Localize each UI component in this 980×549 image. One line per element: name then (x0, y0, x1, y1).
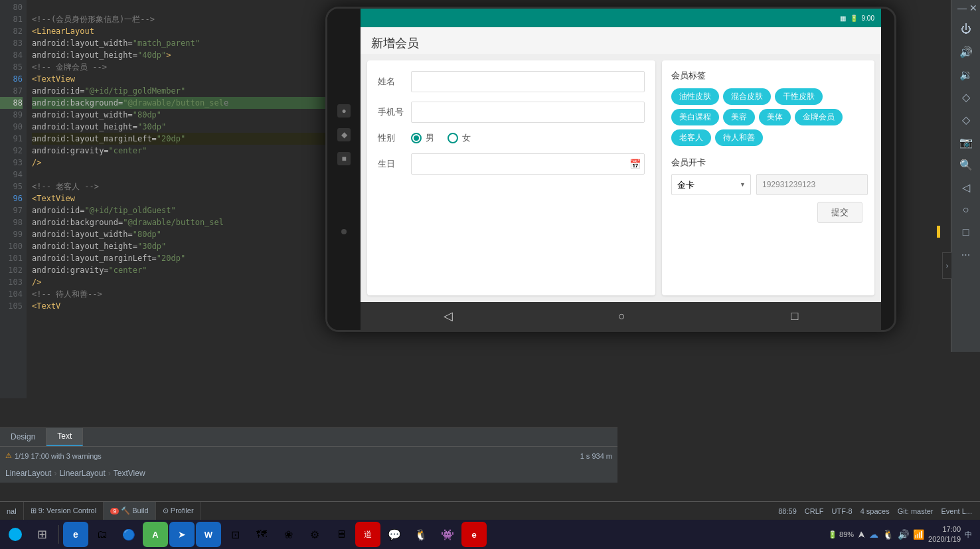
taskbar-settings[interactable]: ⚙ (302, 522, 327, 547)
card-type-select[interactable]: 金卡 (671, 174, 751, 195)
maps-icon: 🗺 (256, 528, 267, 540)
tablet-camera (341, 229, 347, 234)
tag-mixed-skin[interactable]: 混合皮肤 (723, 88, 771, 105)
more-btn[interactable]: ··· (955, 244, 977, 266)
tags-title: 会员标签 (671, 70, 865, 82)
phone-input[interactable] (411, 102, 645, 123)
form-row-name: 姓名 (378, 71, 645, 92)
tag-beauty[interactable]: 美容 (723, 109, 755, 125)
taskbar-chrome[interactable]: 🔵 (116, 522, 141, 547)
tablet-btn-2[interactable]: ◆ (337, 128, 351, 141)
taskbar-start[interactable] (3, 522, 28, 547)
status-text: 1/19 17:00 with 3 warnings (15, 452, 102, 460)
chevron-right-icon: › (946, 262, 948, 270)
tag-dry-skin[interactable]: 干性皮肤 (775, 88, 823, 105)
settings-icon: ⚙ (310, 528, 319, 541)
taskbar-wechat[interactable]: 💬 (382, 522, 407, 547)
name-input[interactable] (411, 71, 645, 92)
zoom-btn[interactable]: 🔍 (955, 154, 977, 175)
arrow-icon: ➤ (178, 529, 186, 540)
volume-up-btn[interactable]: 🔊 (955, 41, 977, 62)
taskbar-game[interactable]: 👾 (435, 522, 460, 547)
win-clock[interactable]: 17:00 2020/1/19 (928, 524, 961, 545)
card-no-input[interactable] (756, 174, 868, 195)
bottom-tabs-right: 88:59 CRLF UTF-8 4 spaces Git: master Ev… (778, 507, 980, 515)
tag-body[interactable]: 美体 (759, 109, 791, 125)
bottom-tab-version-control[interactable]: ⊞ 9: Version Control (24, 502, 104, 520)
crlf-info: CRLF (805, 507, 824, 515)
taskbar-explorer[interactable]: 🗂 (90, 522, 115, 547)
taskbar-eudora[interactable]: e (461, 522, 487, 547)
tag-gold-member[interactable]: 金牌会员 (795, 109, 843, 125)
back-btn[interactable]: ◁ (955, 177, 977, 198)
monitor-icon: ⊡ (231, 528, 240, 541)
tablet-btn-3[interactable]: ■ (337, 152, 351, 165)
qq-icon: 🐧 (414, 528, 428, 541)
tags-grid: 油性皮肤 混合皮肤 干性皮肤 美白课程 美容 美体 金牌会员 老客人 待人和善 (671, 88, 865, 146)
form-section: 姓名 手机号 性别 男 (367, 60, 655, 295)
lang-indicator[interactable]: 中 (965, 530, 972, 540)
close-btn[interactable]: ✕ (969, 3, 977, 13)
gender-label: 性别 (378, 132, 411, 144)
eraser-btn[interactable]: ◇ (955, 109, 977, 130)
tab-design[interactable]: Design (0, 428, 46, 446)
taskbar-arrows: ⮝ (858, 530, 865, 538)
warning-icon: ⚠ (5, 451, 12, 460)
word-icon: W (204, 530, 212, 540)
taskbar-flower[interactable]: ❀ (276, 522, 301, 547)
breadcrumb-item-3[interactable]: TextView (114, 469, 145, 478)
bottom-tab-nal[interactable]: nal (0, 502, 24, 520)
grid-icon: ⊞ (37, 527, 47, 542)
bottom-tool-area: nal ⊞ 9: Version Control 9 🔨 Build ⊙ Pro… (0, 501, 980, 520)
bottom-tab-profiler[interactable]: ⊙ Profiler (156, 502, 201, 520)
tab-text[interactable]: Text (46, 428, 83, 446)
taskbar-qq[interactable]: 🐧 (408, 522, 434, 547)
rotate-btn[interactable]: ◇ (955, 86, 977, 108)
taskbar-android-studio[interactable]: A (143, 522, 168, 547)
overview-btn[interactable]: □ (955, 222, 977, 243)
taskbar-phone[interactable]: 🖥 (329, 522, 354, 547)
taskbar-arrow[interactable]: ➤ (169, 522, 195, 547)
volume-down-btn[interactable]: 🔉 (955, 64, 977, 85)
phone-icon: 🖥 (336, 528, 347, 540)
minimize-btn[interactable]: — (957, 3, 967, 13)
cursor-position: 88:59 (778, 507, 797, 515)
battery-icon: 🔋 89% (828, 530, 854, 539)
tag-whitening[interactable]: 美白课程 (671, 109, 719, 125)
submit-button[interactable]: 提交 (817, 202, 862, 223)
gender-female[interactable]: 女 (448, 132, 471, 144)
birthday-input[interactable] (411, 153, 645, 175)
card-type-wrapper: 金卡 (671, 174, 751, 195)
editor-tab-bar: Design Text (0, 428, 617, 446)
taskbar-word[interactable]: W (196, 522, 221, 547)
tag-old-guest[interactable]: 老客人 (671, 129, 711, 146)
home-btn[interactable]: ○ (955, 199, 977, 220)
tablet-btn-1[interactable]: ● (337, 104, 351, 118)
gender-male[interactable]: 男 (411, 132, 434, 144)
female-label: 女 (462, 132, 471, 144)
tag-oil-skin[interactable]: 油性皮肤 (671, 88, 719, 105)
nav-back-btn[interactable]: ◁ (444, 309, 453, 323)
tag-friendly[interactable]: 待人和善 (715, 129, 763, 146)
breadcrumb-item-2[interactable]: LinearLayout (59, 469, 105, 478)
taskbar-baidu[interactable]: 道 (355, 522, 380, 547)
camera-btn[interactable]: 📷 (955, 131, 977, 153)
breadcrumb-item-1[interactable]: LinearLayout (5, 469, 51, 478)
event-log[interactable]: Event L... (941, 507, 972, 515)
taskbar-maps[interactable]: 🗺 (249, 522, 274, 547)
bottom-tabs-left: nal ⊞ 9: Version Control 9 🔨 Build ⊙ Pro… (0, 502, 201, 520)
indent-info: 4 spaces (860, 507, 890, 515)
taskbar-grid[interactable]: ⊞ (29, 522, 54, 547)
nav-recent-btn[interactable]: □ (791, 309, 798, 323)
gender-radio-group: 男 女 (411, 132, 471, 144)
right-tool-panel: — ✕ ⏻ 🔊 🔉 ◇ ◇ 📷 🔍 ◁ ○ □ ··· › (951, 0, 980, 352)
calendar-icon[interactable]: 📅 (629, 159, 641, 169)
taskbar-monitor[interactable]: ⊡ (222, 522, 248, 547)
taskbar-ie[interactable]: e (63, 522, 88, 547)
chrome-icon: 🔵 (122, 528, 135, 541)
nav-home-btn[interactable]: ○ (618, 309, 625, 323)
git-info: Git: master (898, 507, 934, 515)
power-btn[interactable]: ⏻ (955, 19, 977, 40)
bottom-tab-build[interactable]: 9 🔨 Build (104, 502, 156, 520)
side-arrow[interactable]: › (942, 252, 951, 279)
